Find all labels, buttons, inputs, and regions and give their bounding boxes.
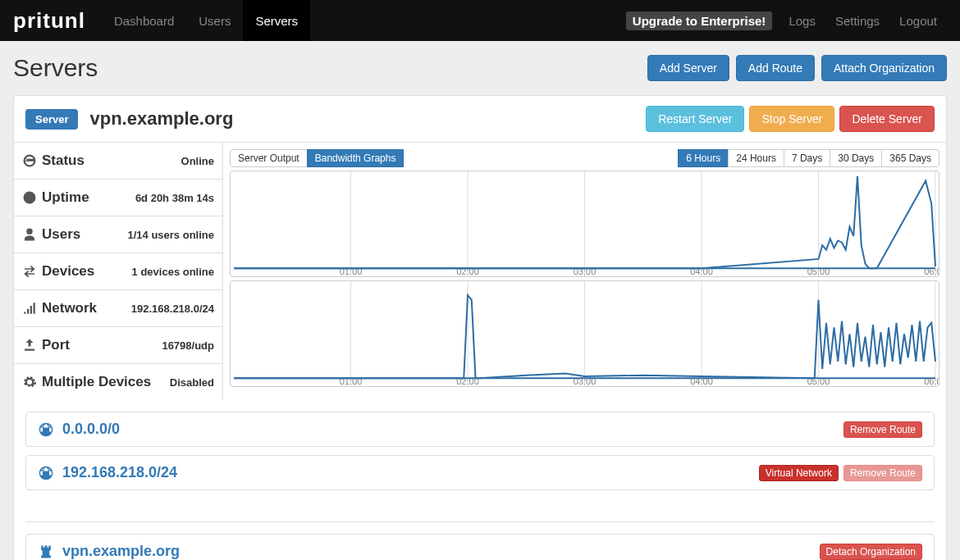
clock-icon	[22, 190, 37, 205]
range-365-days[interactable]: 365 Days	[881, 149, 939, 167]
stat-devices: Devices 1 devices online	[14, 253, 222, 290]
signal-icon	[22, 301, 37, 316]
navbar: pritunl Dashboard Users Servers Upgrade …	[0, 0, 960, 41]
stat-multiple-devices: Multiple Devices Disabled	[14, 364, 222, 400]
server-badge: Server	[25, 109, 78, 130]
nav-right: Upgrade to Enterprise! Logs Settings Log…	[626, 0, 947, 41]
nav-left: Dashboard Users Servers	[102, 0, 310, 41]
stat-users: Users 1/14 users online	[14, 216, 222, 253]
stat-port-value: 16798/udp	[162, 339, 214, 352]
stat-status: Status Online	[14, 143, 222, 180]
nav-settings[interactable]: Settings	[825, 14, 889, 28]
route-address: 192.168.218.0/24	[62, 464, 177, 481]
rook-icon	[38, 544, 54, 560]
chart-mode-seg: Server Output Bandwidth Graphs	[230, 149, 404, 167]
chart-bandwidth-2: 01:0002:0003:0004:0005:0006:00	[230, 280, 939, 387]
range-7-days[interactable]: 7 Days	[784, 149, 830, 167]
stat-port: Port 16798/udp	[14, 327, 222, 364]
tab-server-output[interactable]: Server Output	[230, 149, 308, 167]
stat-devices-value: 1 devices online	[132, 266, 214, 278]
server-name: vpn.example.org	[89, 108, 233, 130]
stat-uptime: Uptime 6d 20h 38m 14s	[14, 180, 222, 216]
tab-bandwidth-graphs[interactable]: Bandwidth Graphs	[307, 149, 405, 167]
chart-range-seg: 6 Hours 24 Hours 7 Days 30 Days 365 Days	[679, 149, 939, 167]
organization-title[interactable]: vpn.example.org	[38, 543, 180, 560]
server-header: Server vpn.example.org Restart Server St…	[14, 96, 946, 143]
page-title: Servers	[13, 54, 98, 82]
gear-icon	[22, 375, 37, 389]
route-row: 0.0.0.0/0 Remove Route	[25, 412, 935, 447]
route-address: 0.0.0.0/0	[62, 421, 120, 438]
add-route-button[interactable]: Add Route	[736, 55, 815, 81]
range-6-hours[interactable]: 6 Hours	[678, 149, 729, 167]
nav-dashboard[interactable]: Dashboard	[102, 0, 186, 41]
upgrade-button[interactable]: Upgrade to Enterprise!	[626, 11, 773, 30]
transfer-icon	[22, 264, 37, 279]
stat-network-value: 192.168.218.0/24	[131, 303, 214, 315]
globe-icon	[38, 421, 54, 438]
organization-name: vpn.example.org	[62, 543, 180, 560]
chart-tabs: Server Output Bandwidth Graphs 6 Hours 2…	[230, 149, 939, 167]
server-panel: Server vpn.example.org Restart Server St…	[13, 95, 947, 560]
user-icon	[22, 227, 37, 242]
add-server-button[interactable]: Add Server	[647, 55, 729, 81]
attach-organization-button[interactable]: Attach Organization	[821, 55, 947, 81]
dashboard-icon	[22, 153, 37, 168]
page-header: Servers Add Server Add Route Attach Orga…	[13, 54, 947, 82]
route-title[interactable]: 192.168.218.0/24	[38, 464, 177, 481]
remove-route-button[interactable]: Remove Route	[843, 465, 922, 481]
stat-status-value: Online	[181, 155, 214, 167]
range-24-hours[interactable]: 24 Hours	[728, 149, 784, 167]
delete-server-button[interactable]: Delete Server	[839, 106, 935, 132]
globe-icon	[38, 465, 54, 481]
server-actions: Restart Server Stop Server Delete Server	[646, 106, 935, 132]
nav-logout[interactable]: Logout	[889, 14, 947, 28]
nav-users[interactable]: Users	[186, 0, 243, 41]
detach-organization-button[interactable]: Detach Organization	[820, 544, 922, 560]
nav-servers[interactable]: Servers	[243, 0, 310, 41]
restart-server-button[interactable]: Restart Server	[646, 106, 744, 132]
divider	[25, 521, 935, 522]
virtual-network-badge: Virtual Network	[759, 465, 839, 481]
stat-multi-value: Disabled	[170, 376, 214, 389]
organization-row: vpn.example.org Detach Organization	[25, 534, 935, 560]
upload-icon	[22, 338, 37, 353]
stat-network: Network 192.168.218.0/24	[14, 290, 222, 327]
server-stats: Status Online Uptime 6d 20h 38m 14s User…	[14, 143, 223, 400]
range-30-days[interactable]: 30 Days	[830, 149, 882, 167]
charts-area: Server Output Bandwidth Graphs 6 Hours 2…	[223, 143, 946, 400]
route-row: 192.168.218.0/24 Virtual Network Remove …	[25, 455, 935, 490]
stop-server-button[interactable]: Stop Server	[749, 106, 834, 132]
nav-logs[interactable]: Logs	[779, 14, 825, 28]
brand-logo: pritunl	[13, 8, 85, 34]
page-actions: Add Server Add Route Attach Organization	[647, 55, 947, 81]
remove-route-button[interactable]: Remove Route	[843, 421, 922, 438]
route-title[interactable]: 0.0.0.0/0	[38, 421, 120, 438]
chart-bandwidth-1: 01:0002:0003:0004:0005:0006:00	[230, 171, 939, 277]
routes-list: 0.0.0.0/0 Remove Route 192.168.218.0/24 …	[14, 400, 946, 510]
stat-uptime-value: 6d 20h 38m 14s	[135, 192, 214, 204]
stat-users-value: 1/14 users online	[128, 229, 215, 241]
